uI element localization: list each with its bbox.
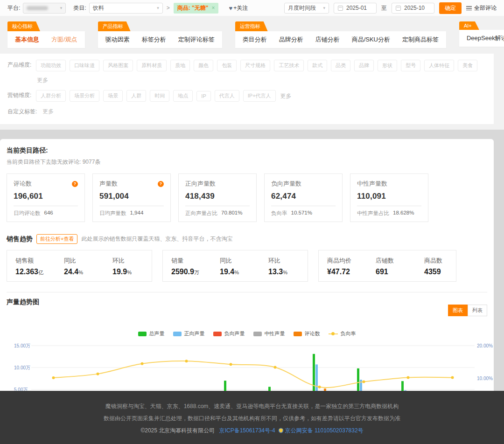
stat-card-value: 591,004 [99,192,164,201]
dimension-chip[interactable]: 原料材质 [137,60,167,71]
tag-close-icon[interactable]: × [211,5,215,11]
dimension-chip[interactable]: 场景 [103,90,123,102]
legend-label: 评论数 [305,330,320,337]
dimension-chip[interactable]: 质地 [170,60,190,71]
follow-button[interactable]: ♥ +关注 [229,4,248,12]
nav-tab[interactable]: 店铺分析 [315,35,340,44]
sales-cards-row: 销售额12.363亿同比24.4%环比19.9%销量2590.9万同比19.4%… [7,250,487,282]
legend-item[interactable]: 中性声量 [253,330,285,337]
dimension-chip[interactable]: 功能功效 [36,60,66,71]
dimension-chip[interactable]: 款式 [308,60,327,71]
help-icon[interactable]: ? [72,181,78,187]
dimension-chip[interactable]: 人群分析 [36,90,66,102]
line-负向率 [54,361,453,388]
sales-metric: 商品均价¥47.72 [327,257,376,276]
dimension-chip[interactable]: 口味味道 [70,60,99,71]
sales-metric-label: 销量 [171,257,220,265]
legend-item[interactable]: 总声量 [138,330,165,337]
nav-tab[interactable]: 类目分析 [243,35,267,44]
sales-metric-value: 2590.9万 [171,268,220,276]
dimension-chip[interactable]: 代言人 [215,90,239,102]
dimension-chip[interactable]: 时间 [150,90,169,102]
sales-metric-value: 24.4% [64,268,112,276]
dimension-chip[interactable]: 形状 [378,60,397,71]
legend-item[interactable]: 正向声量 [173,330,205,337]
dimension-chip[interactable]: 工艺技术 [274,60,304,71]
sales-metric-unit: 亿 [38,270,43,275]
stat-card: 正向声量数418,439正向声量占比70.801% [178,173,257,222]
sales-trend-header: 销售趋势 前往分析+查看 此处展示的销售数据只覆盖天猫、京东、抖音平台，不含淘宝 [7,234,487,244]
dimension-chip[interactable]: IP [196,91,210,101]
nav-tab[interactable]: 定制商品标签 [402,35,439,44]
nav-group: AI+DeepSeek解读 [459,21,504,47]
product-tag-label: 商品: "无糖" [177,4,209,12]
dimension-chip[interactable]: 尺寸规格 [240,60,270,71]
y-axis-left-tick: 15.00万 [14,343,30,348]
sales-card: 商品均价¥47.72店铺数691商品数4359 [318,250,456,282]
more-link[interactable]: 更多 [42,106,54,117]
sales-metric-value: 19.9% [112,268,132,276]
dimension-chip[interactable]: 美食 [458,60,477,71]
more-link[interactable]: 更多 [37,75,48,85]
nav-tab[interactable]: 基本信息 [15,35,39,44]
platform-select[interactable]: ▾ [23,3,66,14]
dimension-chip[interactable]: 包装 [217,60,237,71]
sales-metric-label: 同比 [220,257,268,265]
sales-card: 销量2590.9万同比19.4%环比13.3% [162,250,308,282]
stat-foot-value: 70.801% [221,210,242,217]
dimension-chip[interactable]: 风格图案 [103,60,133,71]
date-end-value: 2025-10 [404,5,425,11]
dimension-chip[interactable]: 品类 [331,60,350,71]
toggle-list-button[interactable]: 列表 [468,305,487,316]
category-select[interactable]: 饮料 ▾ [89,3,163,14]
sales-metric-unit: % [127,270,132,275]
stat-foot-label: 日均声量数 [99,210,126,217]
legend-item[interactable]: 评论数 [294,330,320,337]
dimension-chip[interactable]: 型号 [401,60,420,71]
dimension-chip[interactable]: 颜色 [194,60,213,71]
sales-metric-label: 环比 [112,257,132,265]
confirm-button[interactable]: 确定 [439,2,462,14]
stat-card-label: 评论数 [14,180,32,188]
date-start-value: 2025-01 [346,5,367,11]
chart-list-toggle: 图表 列表 [448,305,487,316]
stat-card-divider [357,206,421,206]
legend-line-swatch [329,333,338,334]
period-type-select[interactable]: 月度时间段 ▾ [284,3,329,14]
date-end-input[interactable]: 2025-10 [392,3,434,14]
sales-metric-value: 4359 [424,268,442,276]
go-analyze-button[interactable]: 前往分析+查看 [36,234,77,244]
nav-tab[interactable]: 商品/SKU分析 [352,35,390,44]
footer-disclaimer-line2: 数据由公开页面采集并汇总处理，数据口径和平台及其他机构有所不同，仅供参考，如有差… [0,412,504,424]
legend-item[interactable]: 负向率 [329,330,356,337]
dimension-chip[interactable]: 人群 [126,90,146,102]
icp-license-link[interactable]: 京ICP备15061734号-4 [219,427,275,434]
all-comments-button[interactable]: 全部评论 [466,4,497,12]
toggle-chart-button[interactable]: 图表 [448,305,468,316]
filter-row-label: 营销维度: [7,90,31,100]
y-axis-left-tick: 10.00万 [14,365,30,370]
filter-row: 产品维度:功能功效口味味道风格图案原料材质质地颜色包装尺寸规格工艺技术款式品类品… [7,60,486,85]
dimension-chip[interactable]: 人体特征 [424,60,454,71]
legend-swatch [294,332,302,336]
dimension-chip[interactable]: IP+代言人 [243,90,276,102]
global-filter-bar: 平台: ▾ 类目: 饮料 ▾ > 商品: "无糖" × ♥ +关注 月度时间段 … [0,0,504,16]
date-start-input[interactable]: 2025-01 [334,3,377,14]
nav-tab[interactable]: 定制评论标签 [178,35,215,44]
filter-row-label: 自定义标签: [7,106,37,117]
legend-item[interactable]: 负向声量 [213,330,245,337]
more-link[interactable]: 更多 [280,91,292,101]
line-dot-负向率 [52,376,55,379]
nav-tab[interactable]: 驱动因素 [105,35,130,44]
nav-tab[interactable]: 方面/观点 [51,35,77,44]
dimension-chip[interactable]: 场景分析 [70,90,99,102]
nav-tab[interactable]: 品牌分析 [279,35,303,44]
nav-tab[interactable]: 标签分析 [142,35,166,44]
dimension-chip[interactable]: 品牌 [354,60,374,71]
nav-tab[interactable]: DeepSeek解读 [467,34,504,42]
help-icon[interactable]: ? [158,181,164,187]
stat-card: 负向声量数62,474负向率10.571% [264,173,343,222]
nav-items-bar: DeepSeek解读 [459,30,504,47]
dimension-chip[interactable]: 地点 [173,90,193,102]
security-record-link[interactable]: 京公网安备 11010502037832号 [285,427,364,434]
